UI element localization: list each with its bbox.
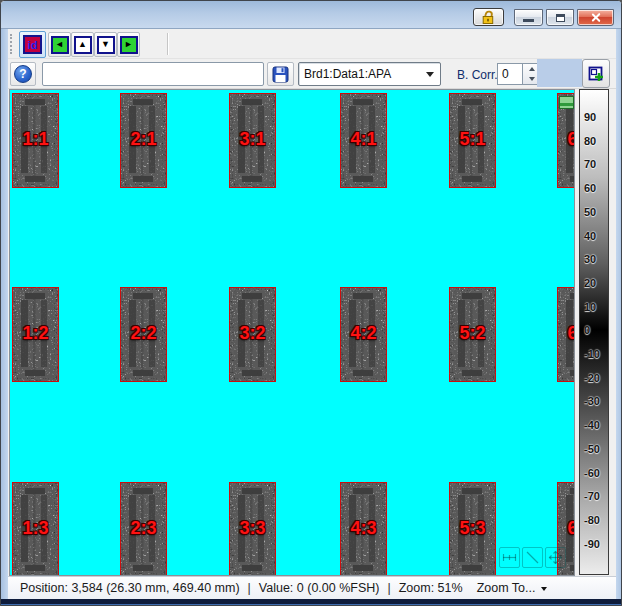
tile-label: 4:2 (340, 323, 387, 344)
restore-button[interactable] (546, 9, 574, 26)
scale-tick-label: 80 (584, 135, 596, 147)
scan-tile-2:3[interactable]: 2:3 (120, 482, 167, 576)
scan-tile-6:2[interactable]: 6:2 (557, 287, 575, 382)
close-icon (590, 12, 601, 23)
help-button[interactable]: ? (10, 62, 36, 86)
pan-tool-button[interactable] (545, 547, 566, 568)
spinner-up-icon (529, 67, 535, 71)
scan-tile-2:1[interactable]: 2:1 (120, 93, 167, 188)
selection-marker (559, 96, 574, 109)
scale-right-gap (609, 89, 616, 576)
status-zoom: Zoom: 51% (399, 581, 463, 595)
scan-tile-4:1[interactable]: 4:1 (340, 93, 387, 188)
ruler-measure-icon (502, 550, 517, 565)
status-separator: | (387, 581, 390, 595)
bcorr-value-field[interactable]: 0 (497, 63, 522, 85)
toolbar-navigation: id ◄ ▲ ▼ ► (8, 29, 616, 59)
tile-label: 2:3 (120, 518, 167, 539)
measure-tool-button[interactable] (499, 547, 520, 568)
scan-tile-1:2[interactable]: 1:2 (12, 287, 59, 382)
diagonal-line-icon (525, 550, 540, 565)
tile-label: 1:2 (12, 323, 59, 344)
nav-up-button[interactable]: ▲ (71, 32, 94, 57)
dataset-selected-value: Brd1:Data1:APA (299, 67, 426, 81)
arrow-left-icon: ◄ (51, 36, 69, 54)
scan-tile-6:1[interactable]: 6:1 (557, 93, 575, 188)
status-separator: | (248, 581, 251, 595)
tile-label: 4:1 (340, 129, 387, 150)
nav-last-button[interactable]: ► (117, 32, 140, 57)
app-window: id ◄ ▲ ▼ ► ? Brd1:Data1: (0, 0, 622, 606)
tile-label: 3:3 (229, 518, 276, 539)
toolbar-grip[interactable] (10, 34, 14, 54)
scale-tick-label: -60 (584, 467, 600, 479)
scale-tick-label: -20 (584, 372, 600, 384)
tile-label: 6:1 (557, 129, 575, 150)
amplitude-color-scale[interactable]: 9080706050403020100-10-20-30-40-50-60-70… (579, 89, 609, 575)
scan-tile-1:3[interactable]: 1:3 (12, 482, 59, 576)
nav-first-button[interactable]: ◄ (48, 32, 71, 57)
chevron-down-icon[interactable] (426, 72, 434, 77)
nav-down-button[interactable]: ▼ (94, 32, 117, 57)
question-mark-icon: ? (14, 65, 32, 83)
scale-tick-label: 20 (584, 277, 596, 289)
unlocked-padlock-icon (480, 10, 497, 25)
scale-tick-label: 30 (584, 253, 596, 265)
scale-tick-label: 0 (584, 324, 590, 336)
zoom-region-button[interactable] (582, 59, 610, 88)
scale-tick-label: 50 (584, 206, 596, 218)
minimize-button[interactable] (514, 9, 543, 26)
chevron-down-icon (541, 587, 547, 591)
scan-tile-3:3[interactable]: 3:3 (229, 482, 276, 576)
tile-label: 5:2 (449, 323, 496, 344)
toolbar-separator (167, 33, 168, 55)
scan-tile-3:2[interactable]: 3:2 (229, 287, 276, 382)
id-tool-icon: id (23, 35, 42, 54)
toolbar-spacer (537, 59, 582, 87)
floppy-disk-icon (272, 66, 289, 83)
close-button[interactable] (577, 9, 614, 26)
save-button[interactable] (267, 62, 294, 86)
scale-tick-label: -70 (584, 490, 600, 502)
tile-label: 2:2 (120, 323, 167, 344)
id-tool-button[interactable]: id (19, 31, 46, 58)
tile-label: 6:3 (557, 518, 575, 539)
scan-tile-5:3[interactable]: 5:3 (449, 482, 496, 576)
tile-label: 2:1 (120, 129, 167, 150)
scan-canvas[interactable]: 6:35:34:33:32:31:36:25:24:23:22:21:26:15… (9, 89, 575, 576)
tile-label: 5:3 (449, 518, 496, 539)
scan-tile-4:2[interactable]: 4:2 (340, 287, 387, 382)
arrow-down-icon: ▼ (97, 36, 115, 54)
tile-label: 1:3 (12, 518, 59, 539)
arrow-right-icon: ► (120, 36, 138, 54)
window-border-left (1, 29, 8, 599)
zoom-region-plus-icon (587, 65, 605, 83)
toolbar-data: ? Brd1:Data1:APA B. Corr.: 0 (8, 59, 616, 89)
zoom-to-label: Zoom To... (477, 581, 536, 595)
title-bar[interactable] (1, 1, 622, 29)
lock-button[interactable] (473, 8, 504, 26)
window-border-right (616, 29, 622, 599)
dataset-combobox[interactable]: Brd1:Data1:APA (298, 62, 441, 86)
scale-tick-label: 10 (584, 301, 596, 313)
pan-move-icon (548, 550, 563, 565)
scale-tick-label: 70 (584, 158, 596, 170)
tile-label: 6:2 (557, 323, 575, 344)
scale-tick-label: 90 (584, 111, 596, 123)
scan-tile-2:2[interactable]: 2:2 (120, 287, 167, 382)
tile-label: 3:1 (229, 129, 276, 150)
scan-tile-5:1[interactable]: 5:1 (449, 93, 496, 188)
scale-tick-label: -80 (584, 514, 600, 526)
scan-tile-1:1[interactable]: 1:1 (12, 93, 59, 188)
arrow-up-icon: ▲ (74, 36, 92, 54)
zoom-to-menu[interactable]: Zoom To... (477, 581, 548, 595)
filter-input[interactable] (42, 62, 264, 86)
scan-tile-5:2[interactable]: 5:2 (449, 287, 496, 382)
tile-label: 5:1 (449, 129, 496, 150)
scan-tile-3:1[interactable]: 3:1 (229, 93, 276, 188)
line-tool-button[interactable] (522, 547, 543, 568)
tile-label: 4:3 (340, 518, 387, 539)
canvas-tool-overlay (499, 547, 566, 568)
scan-tile-4:3[interactable]: 4:3 (340, 482, 387, 576)
tile-label: 3:2 (229, 323, 276, 344)
